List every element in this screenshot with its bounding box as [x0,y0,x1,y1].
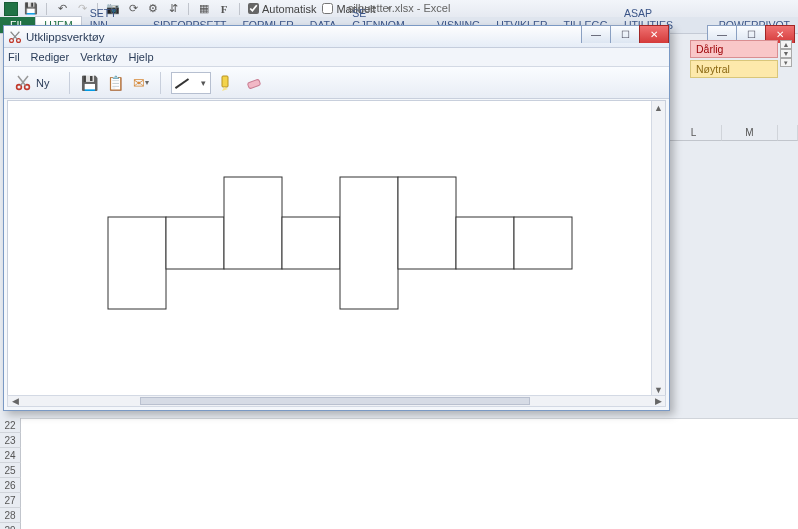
scroll-right-icon[interactable]: ▶ [651,396,665,406]
new-button-label: Ny [36,77,49,89]
svg-rect-6 [108,217,166,309]
snip-horizontal-scrollbar[interactable]: ◀ ▶ [7,395,666,407]
manual-check-input[interactable] [322,3,333,14]
row-header[interactable]: 27 [0,493,21,508]
snipping-tool-toolbar: Ny 💾 📋 ✉▾ ▾ [4,67,669,99]
style-neutral[interactable]: Nøytral [690,60,778,78]
column-headers: L M [666,125,798,141]
scrollbar-thumb[interactable] [140,397,530,405]
link-icon[interactable]: ⚙ [146,2,160,16]
copy-snip-icon[interactable]: 📋 [106,74,124,92]
highlighter-icon[interactable] [219,74,237,92]
auto-check-input[interactable] [248,3,259,14]
styles-more-icon[interactable]: ▾ [780,58,792,67]
qat-separator [239,3,240,15]
toolbar-separator [69,72,70,94]
svg-rect-7 [166,217,224,269]
svg-rect-4 [222,76,228,87]
svg-rect-9 [282,217,340,269]
save-snip-icon[interactable]: 💾 [80,74,98,92]
styles-scroll[interactable]: ▲▼▾ [780,40,792,67]
row-header[interactable]: 23 [0,433,21,448]
snipping-minimize-button[interactable]: — [581,25,611,43]
cell-styles-gallery: Dårlig Nøytral ▲▼▾ [690,40,778,80]
toolbar-separator [160,72,161,94]
row-header[interactable]: 28 [0,508,21,523]
svg-rect-12 [456,217,514,269]
pen-swatch-icon [172,73,196,93]
col-header-l[interactable]: L [666,125,722,141]
snipping-maximize-button[interactable]: ☐ [610,25,640,43]
row-header[interactable]: 29 [0,523,21,529]
col-header-edge [778,125,798,141]
menu-edit[interactable]: Rediger [31,51,70,63]
row-headers: 22 23 24 25 26 27 28 29 [0,418,21,529]
snip-vertical-scrollbar[interactable]: ▲ ▼ [651,101,665,397]
save-icon[interactable]: 💾 [24,2,38,16]
f-button[interactable]: F [217,2,231,16]
eraser-icon[interactable] [245,74,263,92]
auto-check-label: Automatisk [262,3,316,15]
styles-scroll-up-icon[interactable]: ▲ [780,40,792,49]
menu-file[interactable]: Fil [8,51,20,63]
undo-icon[interactable]: ↶ [55,2,69,16]
snip-drawing [8,101,658,398]
svg-rect-8 [224,177,282,269]
qat-separator [188,3,189,15]
worksheet-cells[interactable] [21,418,798,529]
snipping-tool-title: Utklippsverktøy [26,31,105,43]
svg-rect-11 [398,177,456,269]
automatic-checkbox[interactable]: Automatisk [248,3,316,15]
sort-icon[interactable]: ⇵ [166,2,180,16]
snip-canvas[interactable]: ▲ ▼ [7,100,666,398]
row-header[interactable]: 25 [0,463,21,478]
snipping-tool-menubar: Fil Rediger Verktøy Hjelp [4,48,669,67]
send-snip-icon[interactable]: ✉▾ [132,74,150,92]
scissors-icon [8,30,22,44]
snipping-close-button[interactable]: ✕ [639,25,669,43]
col-header-m[interactable]: M [722,125,778,141]
qat-separator [46,3,47,15]
svg-rect-5 [248,79,261,89]
excel-window-title: silhuetter.xlsx - Excel [348,0,451,17]
excel-app-icon [4,2,18,16]
chevron-down-icon[interactable]: ▾ [196,78,210,88]
new-snip-button[interactable]: Ny [10,72,59,94]
snipping-tool-window-controls: — ☐ ✕ [582,25,669,43]
row-header[interactable]: 22 [0,418,21,433]
style-bad[interactable]: Dårlig [690,40,778,58]
svg-rect-13 [514,217,572,269]
row-header[interactable]: 24 [0,448,21,463]
scissors-icon [14,74,32,92]
scroll-left-icon[interactable]: ◀ [8,396,22,406]
style-neutral-label: Nøytral [696,61,730,77]
menu-help[interactable]: Hjelp [128,51,153,63]
snipping-tool-titlebar[interactable]: Utklippsverktøy — ☐ ✕ [4,26,669,48]
row-header[interactable]: 26 [0,478,21,493]
svg-rect-10 [340,177,398,309]
pen-tool[interactable]: ▾ [171,72,211,94]
menu-tools[interactable]: Verktøy [80,51,117,63]
snipping-tool-window: Utklippsverktøy — ☐ ✕ Fil Rediger Verktø… [3,25,670,411]
scroll-up-icon[interactable]: ▲ [652,101,665,115]
grid-icon[interactable]: ▦ [197,2,211,16]
styles-scroll-down-icon[interactable]: ▼ [780,49,792,58]
style-bad-label: Dårlig [696,41,723,57]
